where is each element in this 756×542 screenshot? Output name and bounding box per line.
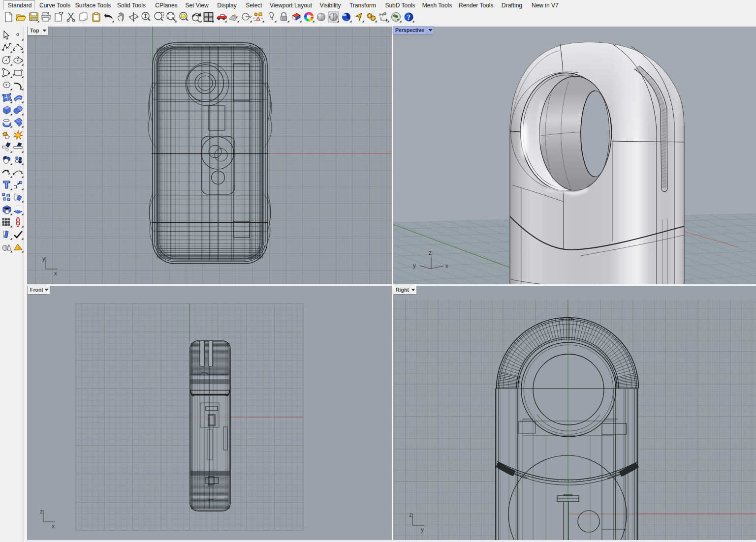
svg-text:z: z xyxy=(429,249,432,256)
svg-text:x: x xyxy=(52,523,55,530)
svg-text:y: y xyxy=(42,255,45,262)
svg-text:y: y xyxy=(421,526,424,533)
svg-text:?: ? xyxy=(407,14,410,21)
svg-text:x: x xyxy=(54,270,57,277)
svg-text:z: z xyxy=(409,512,412,518)
svg-text:y: y xyxy=(413,262,416,269)
svg-text:x: x xyxy=(445,263,448,270)
svg-text:z: z xyxy=(40,508,43,515)
